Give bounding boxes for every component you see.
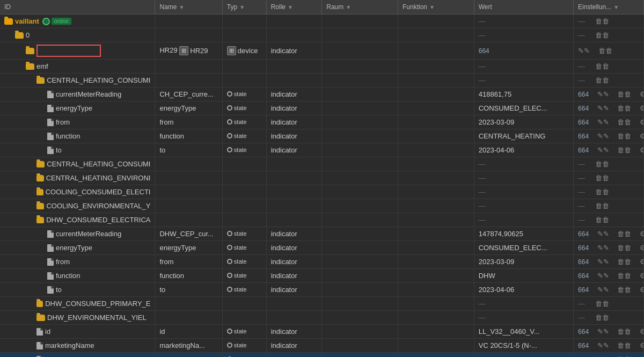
action-cell[interactable]: 664 ✎ 🗑 ⚙ — [574, 129, 644, 143]
delete-icon[interactable]: 🗑 — [595, 160, 609, 168]
action-icons-container[interactable]: 664 ✎ 🗑 ⚙ — [578, 258, 639, 266]
edit-icon[interactable]: ✎ — [597, 146, 609, 154]
edit-icon[interactable]: ✎ — [597, 258, 609, 266]
table-row[interactable]: to to state indicator 2023-04-06 664 ✎ 🗑… — [0, 283, 644, 297]
typ-sort-icon[interactable]: ▼ — [239, 4, 245, 10]
action-cell[interactable]: 664 ✎ 🗑 ⚙ — [574, 143, 644, 157]
table-row[interactable]: currentMeterReading CH_CEP_curre... stat… — [0, 88, 644, 101]
col-header-typ[interactable]: Typ ▼ — [222, 0, 266, 14]
table-row[interactable]: CENTRAL_HEATING_ENVIRONI — — 🗑 — [0, 171, 644, 185]
gear-icon[interactable]: ⚙ — [640, 286, 644, 294]
delete-icon[interactable]: 🗑 — [617, 118, 631, 126]
table-row[interactable]: COOLING_CONSUMED_ELECTI — — 🗑 — [0, 185, 644, 199]
raum-sort-icon[interactable]: ▼ — [346, 4, 351, 10]
table-row[interactable]: CENTRAL_HEATING_CONSUMI — — 🗑 — [0, 157, 644, 171]
delete-icon[interactable]: 🗑 — [595, 62, 609, 70]
action-icons-container[interactable]: 664 ✎ 🗑 ⚙ — [578, 341, 639, 349]
table-row[interactable]: DHW_CONSUMED_PRIMARY_E — — 🗑 — [0, 297, 644, 311]
table-row[interactable]: COOLING_ENVIRONMENTAL_Y — — 🗑 — [0, 199, 644, 213]
funktion-sort-icon[interactable]: ▼ — [429, 4, 435, 10]
edit-icon[interactable]: ✎ — [597, 230, 609, 238]
edit-icon[interactable]: ✎ — [578, 47, 590, 55]
action-icons-container[interactable]: 664 ✎ 🗑 ⚙ — [578, 132, 639, 140]
action-cell[interactable]: — 🗑 — [574, 14, 644, 28]
gear-icon[interactable]: ⚙ — [640, 230, 644, 238]
table-row[interactable]: energyType energyType state indicator CO… — [0, 101, 644, 115]
action-cell[interactable]: 664 ✎ 🗑 ⚙ — [574, 101, 644, 115]
gear-icon[interactable]: ⚙ — [640, 118, 644, 126]
delete-icon[interactable]: 🗑 — [598, 47, 612, 55]
action-icons-container[interactable]: 664 ✎ 🗑 ⚙ — [578, 230, 639, 238]
col-header-funktion[interactable]: Funktion ▼ — [398, 0, 474, 14]
delete-icon[interactable]: 🗑 — [595, 188, 609, 196]
action-icons-container[interactable]: 664 ✎ 🗑 ⚙ — [578, 118, 639, 126]
delete-icon[interactable]: 🗑 — [595, 216, 609, 224]
delete-icon[interactable]: 🗑 — [617, 286, 631, 294]
action-icons-container[interactable]: — 🗑 — [578, 62, 639, 70]
table-row[interactable]: DHW_ENVIRONMENTAL_YIEL — — 🗑 — [0, 311, 644, 325]
table-row[interactable]: vaillant online — — 🗑 — [0, 14, 644, 28]
gear-icon[interactable]: ⚙ — [640, 327, 644, 336]
col-header-raum[interactable]: Raum ▼ — [322, 0, 398, 14]
action-cell[interactable]: 664 ✎ 🗑 ⚙ — [574, 339, 644, 353]
main-table-container[interactable]: ID Name ▼ Typ ▼ Rolle — [0, 0, 644, 357]
action-cell[interactable]: 664 ✎ 🗑 ⚙ — [574, 241, 644, 255]
table-row[interactable]: to to state indicator 2023-04-06 664 ✎ 🗑… — [0, 143, 644, 157]
table-row[interactable]: function function state indicator DHW 66… — [0, 269, 644, 283]
edit-icon[interactable]: ✎ — [597, 286, 609, 294]
delete-icon[interactable]: 🗑 — [617, 327, 631, 336]
edit-icon[interactable]: ✎ — [597, 90, 609, 98]
edit-icon[interactable]: ✎ — [597, 341, 609, 349]
delete-icon[interactable]: 🗑 — [595, 76, 609, 84]
delete-icon[interactable]: 🗑 — [617, 146, 631, 154]
edit-icon[interactable]: ✎ — [597, 104, 609, 112]
action-icons-container[interactable]: — 🗑 — [578, 188, 639, 196]
action-cell[interactable]: 664 ✎ 🗑 ⚙ — [574, 115, 644, 129]
action-cell[interactable]: 664 ✎ 🗑 ⚙ — [574, 269, 644, 283]
delete-icon[interactable]: 🗑 — [617, 258, 631, 266]
action-icons-container[interactable]: — 🗑 — [578, 202, 639, 210]
table-row[interactable]: 0 — — 🗑 — [0, 28, 644, 42]
table-row[interactable]: DHW_CONSUMED_ELECTRICA — — 🗑 — [0, 213, 644, 227]
action-icons-container[interactable]: — 🗑 — [578, 300, 639, 308]
col-header-rolle[interactable]: Rolle ▼ — [266, 0, 322, 14]
action-icons-container[interactable]: 664 ✎ 🗑 ⚙ — [578, 104, 639, 112]
action-icons-container[interactable]: — 🗑 — [578, 216, 639, 224]
edit-icon[interactable]: ✎ — [597, 327, 609, 336]
col-header-einstellungen[interactable]: Einstellun... ▼ — [574, 0, 644, 14]
action-icons-container[interactable]: ✎ 🗑 — [578, 47, 639, 55]
gear-icon[interactable]: ⚙ — [640, 341, 644, 349]
delete-icon[interactable]: 🗑 — [595, 300, 609, 308]
action-icons-container[interactable]: — 🗑 — [578, 76, 639, 84]
delete-icon[interactable]: 🗑 — [595, 31, 609, 39]
delete-icon[interactable]: 🗑 — [595, 202, 609, 210]
delete-icon[interactable]: 🗑 — [617, 90, 631, 98]
col-header-name[interactable]: Name ▼ — [155, 0, 222, 14]
action-icons-container[interactable]: 664 ✎ 🗑 ⚙ — [578, 244, 639, 252]
action-cell[interactable]: — 🗑 — [574, 213, 644, 227]
gear-icon[interactable]: ⚙ — [640, 272, 644, 280]
table-row[interactable]: HR29 ⊞ HR29 ⊞ device indicator 664 ✎ 🗑 — [0, 42, 644, 60]
action-icons-container[interactable]: — 🗑 — [578, 314, 639, 322]
action-cell[interactable]: — 🗑 — [574, 311, 644, 325]
table-row[interactable]: function function state indicator CENTRA… — [0, 129, 644, 143]
table-row[interactable]: from from state indicator 2023-03-09 664… — [0, 255, 644, 269]
delete-icon[interactable]: 🗑 — [617, 244, 631, 252]
action-cell[interactable]: — 🗑 — [574, 171, 644, 185]
action-cell[interactable]: 664 ✎ 🗑 ⚙ — [574, 88, 644, 101]
action-icons-container[interactable]: — 🗑 — [578, 160, 639, 168]
gear-icon[interactable]: ⚙ — [640, 104, 644, 112]
einstellungen-sort-icon[interactable]: ▼ — [613, 4, 619, 10]
delete-icon[interactable]: 🗑 — [617, 104, 631, 112]
delete-icon[interactable]: 🗑 — [595, 314, 609, 322]
gear-icon[interactable]: ⚙ — [640, 258, 644, 266]
gear-icon[interactable]: ⚙ — [640, 244, 644, 252]
delete-icon[interactable]: 🗑 — [595, 174, 609, 182]
action-icons-container[interactable]: 664 ✎ 🗑 ⚙ — [578, 327, 639, 336]
gear-icon[interactable]: ⚙ — [640, 90, 644, 98]
action-cell[interactable]: — 🗑 — [574, 28, 644, 42]
table-row[interactable]: type type state indicator BOILER 664 ✎ 🗑… — [0, 353, 644, 358]
table-row[interactable]: marketingName marketingNa... state indic… — [0, 339, 644, 353]
delete-icon[interactable]: 🗑 — [617, 341, 631, 349]
action-cell[interactable]: — 🗑 — [574, 157, 644, 171]
